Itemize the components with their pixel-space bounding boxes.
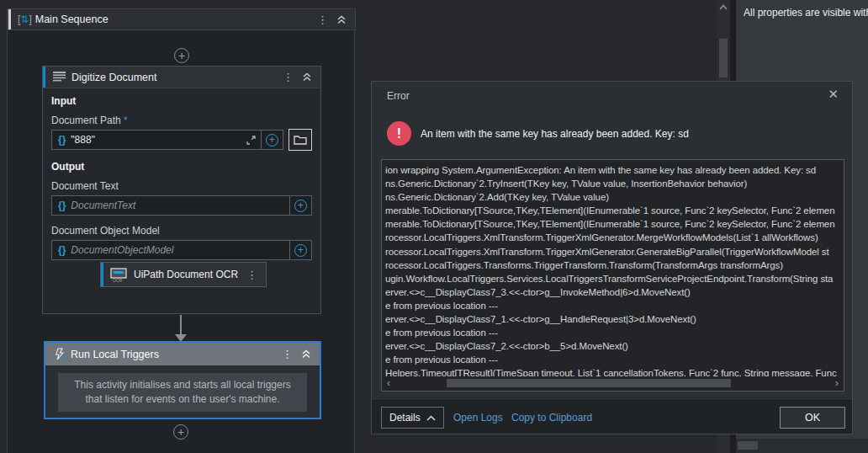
- expand-expression-icon[interactable]: [241, 136, 261, 145]
- stack-trace-line: e from previous location ---: [385, 326, 840, 339]
- error-icon: !: [387, 121, 411, 146]
- close-icon[interactable]: ✕: [828, 87, 839, 102]
- expression-braces-icon: {}: [52, 244, 71, 256]
- digitize-document-title: Digitize Document: [71, 72, 156, 83]
- open-logs-link[interactable]: Open Logs: [453, 412, 503, 424]
- document-text-plus-button[interactable]: +: [290, 195, 312, 216]
- ok-button[interactable]: OK: [780, 407, 845, 429]
- digitize-document-activity[interactable]: Digitize Document ⋮ Input Document Path …: [42, 66, 321, 314]
- error-dialog-title: Error: [387, 90, 410, 102]
- scroll-right-icon[interactable]: ›: [831, 377, 843, 388]
- digitize-accent-bar: [43, 67, 45, 88]
- run-local-triggers-collapse-icon[interactable]: [301, 349, 311, 359]
- document-object-model-input[interactable]: {} DocumentObjectModel: [51, 240, 290, 260]
- scroll-left-icon[interactable]: ‹: [383, 377, 394, 388]
- expression-braces-icon: {}: [52, 134, 71, 146]
- stack-trace-line: rocessor.LocalTriggers.XmlTransform.Trig…: [385, 231, 840, 244]
- svg-text:OCR: OCR: [113, 277, 123, 282]
- stack-trace-line: merable.ToDictionary[TSource,TKey,TEleme…: [385, 217, 840, 231]
- output-section-label: Output: [51, 161, 312, 173]
- stack-trace-line: ion wrapping System.ArgumentException: A…: [385, 163, 840, 177]
- scrollbar-thumb[interactable]: [719, 39, 728, 77]
- document-path-input[interactable]: {} "888": [51, 130, 262, 150]
- ocr-accent-bar: [101, 263, 103, 286]
- expression-braces-icon: {}: [52, 200, 71, 211]
- plus-circle-icon: +: [294, 244, 307, 257]
- error-dialog-footer: Details Open Logs Copy to Clipboard OK: [372, 400, 852, 434]
- run-local-triggers-activity[interactable]: Run Local Triggers ⋮ This activity initi…: [44, 341, 321, 419]
- scrollbar-thumb[interactable]: [447, 379, 731, 387]
- lightning-icon: [54, 348, 65, 360]
- run-local-triggers-description: This activity initialises and starts all…: [58, 373, 307, 412]
- details-toggle-button[interactable]: Details: [381, 407, 444, 429]
- details-label: Details: [389, 412, 421, 424]
- run-local-triggers-header[interactable]: Run Local Triggers ⋮: [45, 343, 320, 365]
- chevron-up-icon: [426, 415, 436, 421]
- required-asterisk: *: [124, 115, 128, 126]
- main-sequence-title: Main Sequence: [35, 13, 108, 25]
- stack-trace-line: erver.<>c__DisplayClass7_3.<<-ctor>g__In…: [385, 285, 840, 299]
- uipath-studio-screen: [⇅] Main Sequence ⋮ + Digitize Document: [0, 0, 868, 453]
- main-sequence-collapse-icon[interactable]: [336, 15, 347, 24]
- sequence-connector-line: [180, 315, 182, 335]
- add-activity-button-top[interactable]: +: [174, 48, 189, 63]
- stack-trace-line: e from previous location ---: [385, 299, 840, 312]
- error-message: An item with the same key has already be…: [421, 128, 689, 140]
- stack-trace-line: ns.Generic.Dictionary`2.TryInsert(TKey k…: [385, 177, 840, 190]
- ocr-activity-title: UiPath Document OCR: [134, 269, 238, 280]
- document-path-plus-button[interactable]: +: [262, 130, 283, 150]
- digitize-document-header[interactable]: Digitize Document ⋮: [43, 67, 320, 88]
- stack-trace-line: erver.<>c__DisplayClass7_1.<<-ctor>g__Ha…: [385, 312, 840, 326]
- stack-trace-box[interactable]: ion wrapping System.ArgumentException: A…: [381, 159, 844, 392]
- stack-trace-line: erver.<>c__DisplayClass7_2.<<-ctor>b__5>…: [385, 339, 840, 353]
- document-path-value[interactable]: "888": [71, 134, 241, 146]
- main-sequence-header[interactable]: [⇅] Main Sequence ⋮: [8, 8, 356, 30]
- digitize-menu-icon[interactable]: ⋮: [283, 72, 294, 83]
- scrollbar-up-arrow-icon[interactable]: [717, 2, 730, 12]
- digitize-document-icon: [53, 70, 66, 85]
- stack-trace-line: ugin.Workflow.LocalTriggers.Services.Loc…: [385, 272, 840, 285]
- properties-panel-note: All properties are visible with: [744, 7, 868, 19]
- stack-trace-line: merable.ToDictionary[TSource,TKey,TEleme…: [385, 204, 840, 217]
- document-object-model-plus-button[interactable]: +: [290, 240, 312, 260]
- run-local-triggers-menu-icon[interactable]: ⋮: [282, 349, 293, 360]
- plus-circle-icon: +: [266, 134, 278, 147]
- stack-trace-line: rocessor.LocalTriggers.Transforms.Trigge…: [385, 258, 840, 272]
- document-object-model-label: Document Object Model: [51, 225, 312, 237]
- document-text-placeholder[interactable]: DocumentText: [71, 200, 289, 211]
- properties-horizontal-scrollbar[interactable]: [736, 439, 868, 453]
- stack-trace-line: rocessor.LocalTriggers.XmlTransform.Trig…: [385, 245, 840, 258]
- ocr-menu-icon[interactable]: ⋮: [246, 269, 257, 280]
- document-text-label: Document Text: [51, 180, 312, 192]
- document-text-input[interactable]: {} DocumentText: [51, 195, 290, 216]
- error-dialog: Error ✕ ! An item with the same key has …: [371, 81, 853, 434]
- copy-to-clipboard-link[interactable]: Copy to Clipboard: [511, 412, 592, 424]
- properties-scrollbar-thumb[interactable]: [738, 441, 758, 450]
- ocr-engine-icon: OCR: [110, 268, 127, 282]
- stack-trace-line: e from previous location ---: [385, 353, 840, 366]
- stack-trace-lines: ion wrapping System.ArgumentException: A…: [382, 162, 844, 382]
- uipath-document-ocr-activity[interactable]: OCR UiPath Document OCR ⋮: [100, 262, 267, 287]
- digitize-collapse-icon[interactable]: [302, 72, 312, 82]
- main-sequence-accent-bar: [8, 9, 11, 29]
- main-sequence-menu-icon[interactable]: ⋮: [317, 14, 328, 25]
- run-local-triggers-title: Run Local Triggers: [71, 349, 159, 360]
- plus-circle-icon: +: [294, 200, 307, 212]
- stack-trace-line: ns.Generic.Dictionary`2.Add(TKey key, TV…: [385, 190, 840, 204]
- document-object-model-placeholder[interactable]: DocumentObjectModel: [71, 244, 289, 256]
- folder-icon: [294, 135, 307, 145]
- add-activity-button-bottom[interactable]: +: [173, 424, 188, 440]
- scrollbar-track[interactable]: [394, 379, 831, 387]
- sequence-icon: [⇅]: [18, 13, 32, 25]
- document-path-label: Document Path *: [51, 115, 312, 126]
- input-section-label: Input: [51, 95, 312, 107]
- browse-folder-button[interactable]: [288, 129, 312, 151]
- stack-horizontal-scrollbar[interactable]: ‹ ›: [383, 376, 843, 389]
